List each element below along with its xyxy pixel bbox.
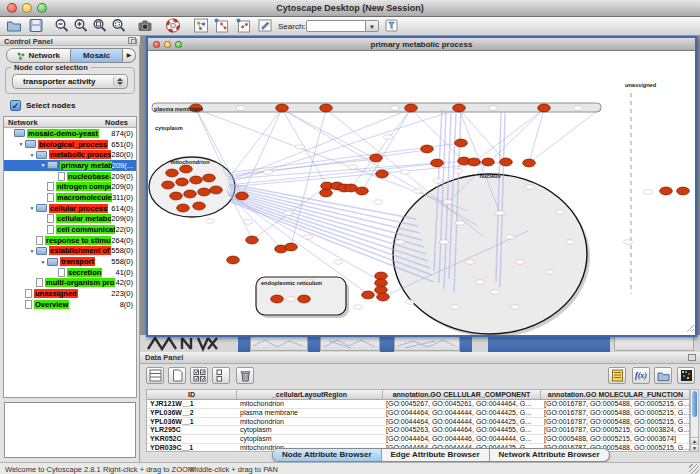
network-node[interactable]: [190, 176, 203, 184]
network-node[interactable]: [176, 178, 189, 186]
search-dropdown-icon[interactable]: ▼: [366, 20, 379, 32]
table-row[interactable]: YPL036W__2plasma membrane[GO:0044464, GO…: [147, 409, 689, 418]
tree-row[interactable]: cell communicat22(0): [4, 224, 136, 235]
tab-overflow-button[interactable]: ▶: [123, 48, 136, 63]
network-graph[interactable]: plasma membranecytoplasmmitochondrionnuc…: [148, 51, 695, 335]
select-attributes-icon[interactable]: [146, 367, 164, 384]
tab-edge-attribute-browser[interactable]: Edge Attribute Browser: [382, 449, 490, 461]
layout-a-icon[interactable]: [213, 18, 231, 34]
search-input[interactable]: [306, 20, 366, 32]
column-header[interactable]: annotation.GO MOLECULAR_FUNCTION: [541, 390, 691, 399]
tree-row[interactable]: cellular metabo209(0): [4, 214, 136, 225]
column-header[interactable]: ID: [147, 390, 237, 399]
network-node[interactable]: [271, 295, 284, 303]
tab-mosaic[interactable]: Mosaic: [71, 48, 123, 63]
table-row[interactable]: YPL036W__1mitochondrion[GO:0044464, GO:0…: [147, 418, 689, 427]
zoom-fit-icon[interactable]: [92, 18, 110, 34]
tab-network[interactable]: Network: [6, 48, 71, 63]
open-session-icon[interactable]: [6, 18, 24, 34]
tree-row[interactable]: ▼biological_process651(0): [4, 139, 136, 150]
scrollbar-thumb[interactable]: [692, 391, 697, 417]
select-nodes-checkbox[interactable]: ✓: [10, 100, 21, 111]
tree-row[interactable]: ▼primary metabo209(...: [4, 160, 136, 171]
tree-col-nodes[interactable]: Nodes: [105, 117, 128, 127]
network-node[interactable]: [356, 187, 369, 195]
data-panel-float-icon[interactable]: [688, 354, 696, 361]
annotation-icon[interactable]: [257, 18, 275, 34]
network-node[interactable]: [500, 158, 513, 166]
import-attributes-icon[interactable]: [654, 367, 672, 384]
network-node[interactable]: [193, 202, 206, 210]
birdseye-view[interactable]: [4, 402, 136, 458]
network-node[interactable]: [677, 187, 690, 195]
network-node[interactable]: [405, 104, 418, 112]
network-node[interactable]: [227, 256, 240, 264]
network-node[interactable]: [482, 158, 495, 166]
network-view-window[interactable]: primary metabolic process plasma membran…: [146, 36, 697, 337]
zoom-selected-icon[interactable]: [111, 18, 129, 34]
network-node[interactable]: [177, 204, 190, 212]
advanced-search-icon[interactable]: [384, 18, 402, 34]
network-node[interactable]: [523, 159, 536, 167]
tab-network-attribute-browser[interactable]: Network Attribute Browser: [490, 449, 609, 461]
expand-arrow-icon[interactable]: ▼: [28, 248, 36, 254]
tree-col-network[interactable]: Network: [8, 117, 38, 127]
snapshot-icon[interactable]: [137, 18, 155, 34]
network-window-titlebar[interactable]: primary metabolic process: [148, 38, 695, 51]
network-node[interactable]: [246, 236, 259, 244]
float-panel-icon[interactable]: [128, 37, 136, 44]
expand-arrow-icon[interactable]: ▼: [17, 141, 25, 147]
tree-row[interactable]: ▼cellular process614(0): [4, 203, 136, 214]
table-row[interactable]: YKR052Ccytoplasm[GO:0044464, GO:0044446,…: [147, 435, 689, 444]
network-node[interactable]: [184, 190, 197, 198]
network-node[interactable]: [298, 295, 311, 303]
table-scrollbar[interactable]: ▲ ▼: [690, 389, 699, 452]
network-node[interactable]: [198, 188, 211, 196]
node-color-dropdown[interactable]: transporter activity: [12, 74, 128, 89]
select-all-attributes-icon[interactable]: [190, 367, 208, 384]
column-header[interactable]: _cellularLayoutRegion: [237, 390, 383, 399]
expand-arrow-icon[interactable]: ▼: [28, 205, 36, 211]
network-node[interactable]: [180, 165, 193, 173]
network-node[interactable]: [453, 104, 466, 112]
network-node[interactable]: [170, 192, 183, 200]
scroll-down-icon[interactable]: ▼: [691, 444, 698, 451]
tree-row[interactable]: ▼metabolic process280(0): [4, 149, 136, 160]
help-icon[interactable]: [165, 18, 183, 34]
network-node[interactable]: [421, 145, 434, 153]
tree-row[interactable]: unassigned223(0): [4, 288, 136, 299]
network-node[interactable]: [320, 189, 333, 197]
network-node[interactable]: [455, 139, 468, 147]
network-canvas[interactable]: plasma membranecytoplasmmitochondrionnuc…: [148, 51, 695, 335]
network-node[interactable]: [370, 154, 383, 162]
network-node[interactable]: [538, 104, 551, 112]
network-node[interactable]: [660, 187, 673, 195]
tree-row[interactable]: multi-organism pro42(0): [4, 278, 136, 289]
network-node[interactable]: [236, 192, 249, 200]
delete-attribute-icon[interactable]: [236, 367, 254, 384]
expand-arrow-icon[interactable]: ▼: [39, 259, 47, 265]
expand-arrow-icon[interactable]: ▼: [28, 152, 36, 158]
scroll-up-icon[interactable]: ▲: [691, 437, 698, 444]
table-row[interactable]: YLR295Ccytoplasm[GO:0045263, GO:0044464,…: [147, 426, 689, 435]
zoom-in-icon[interactable]: [73, 18, 91, 34]
function-builder-icon[interactable]: f(x): [632, 367, 650, 384]
network-node[interactable]: [285, 243, 298, 251]
network-node[interactable]: [362, 291, 375, 299]
tree-row[interactable]: mosaic-demo-yeast874(0): [4, 128, 136, 139]
tree-row[interactable]: macromolecule311(0): [4, 192, 136, 203]
network-node[interactable]: [276, 104, 289, 112]
network-node[interactable]: [210, 186, 223, 194]
save-session-icon[interactable]: [28, 18, 46, 34]
tree-row[interactable]: response to stimulu264(0): [4, 235, 136, 246]
table-row[interactable]: YJR121W__1mitochondrion[GO:0045267, GO:0…: [147, 400, 689, 409]
tree-row[interactable]: ▼establishment of lo558(0): [4, 246, 136, 257]
network-node[interactable]: [320, 104, 333, 112]
unselect-all-attributes-icon[interactable]: [212, 367, 230, 384]
resize-grip[interactable]: [689, 464, 699, 474]
network-node[interactable]: [375, 286, 388, 294]
expand-arrow-icon[interactable]: ▼: [39, 162, 47, 168]
matrix-icon[interactable]: [677, 367, 695, 384]
tree-row[interactable]: nitrogen compo209(0): [4, 181, 136, 192]
layout-b-icon[interactable]: [235, 18, 253, 34]
